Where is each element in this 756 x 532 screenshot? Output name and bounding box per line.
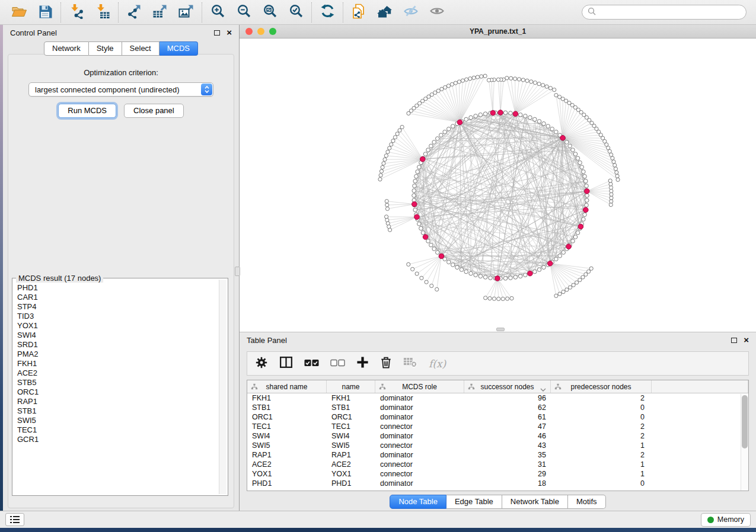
graph-node[interactable]: [407, 111, 410, 115]
float-table-panel-icon[interactable]: [731, 338, 737, 343]
mcds-result-node[interactable]: SRD1: [17, 340, 218, 350]
unselect-all-button[interactable]: [330, 358, 345, 369]
graph-node[interactable]: [496, 78, 500, 81]
float-panel-icon[interactable]: [214, 30, 220, 36]
result-scrollbar[interactable]: [219, 280, 227, 494]
close-window-icon[interactable]: [245, 28, 253, 35]
graph-node[interactable]: [554, 294, 558, 297]
graph-hub-node[interactable]: [420, 156, 425, 162]
graph-node[interactable]: [571, 239, 575, 243]
import-table-button[interactable]: [94, 4, 111, 21]
graph-node[interactable]: [385, 200, 388, 203]
table-row[interactable]: ACE2ACE2connector311: [247, 460, 748, 469]
zoom-fit-button[interactable]: [261, 4, 278, 21]
task-history-button[interactable]: [5, 513, 24, 526]
graph-node[interactable]: [435, 287, 439, 291]
tab-select[interactable]: Select: [122, 41, 160, 56]
graph-node[interactable]: [413, 184, 417, 188]
graph-node[interactable]: [562, 290, 565, 294]
graph-node[interactable]: [439, 133, 444, 137]
graph-hub-node[interactable]: [513, 111, 518, 117]
graph-node[interactable]: [565, 288, 569, 291]
graph-node[interactable]: [609, 182, 613, 186]
tab-edge-table[interactable]: Edge Table: [446, 495, 502, 509]
graph-node[interactable]: [584, 273, 588, 276]
graph-node[interactable]: [542, 121, 546, 126]
graph-node[interactable]: [578, 278, 582, 281]
graph-node[interactable]: [382, 162, 385, 165]
graph-node[interactable]: [430, 284, 433, 287]
graph-node[interactable]: [608, 179, 612, 182]
mcds-result-node[interactable]: RAP1: [17, 397, 218, 406]
export-image-button[interactable]: [178, 4, 194, 21]
horizontal-splitter-handle[interactable]: [496, 328, 505, 331]
graph-node[interactable]: [479, 274, 483, 278]
graph-node[interactable]: [610, 200, 613, 203]
graph-node[interactable]: [541, 84, 545, 87]
graph-node[interactable]: [575, 281, 578, 284]
graph-hub-node[interactable]: [498, 110, 503, 116]
graph-node[interactable]: [385, 207, 389, 210]
graph-node[interactable]: [513, 77, 517, 81]
graph-node[interactable]: [525, 79, 529, 82]
graph-node[interactable]: [400, 125, 404, 129]
graph-node[interactable]: [503, 276, 508, 280]
export-network-button[interactable]: [126, 4, 142, 21]
graph-node[interactable]: [413, 179, 417, 183]
graph-node[interactable]: [391, 139, 395, 143]
graph-node[interactable]: [573, 152, 578, 156]
graph-hub-node[interactable]: [578, 224, 583, 229]
graph-node[interactable]: [580, 165, 584, 169]
graph-node[interactable]: [533, 270, 537, 274]
graph-node[interactable]: [613, 164, 617, 167]
graph-node[interactable]: [509, 111, 513, 116]
zoom-out-button[interactable]: [235, 4, 252, 21]
optimization-criterion-select[interactable]: largest connected component (undirected): [28, 82, 213, 97]
graph-node[interactable]: [393, 136, 397, 139]
graph-node[interactable]: [436, 137, 440, 141]
graph-node[interactable]: [612, 160, 615, 164]
graph-node[interactable]: [583, 174, 587, 178]
graph-node[interactable]: [469, 271, 473, 275]
graph-node[interactable]: [426, 148, 430, 152]
hide-selected-button[interactable]: [403, 4, 419, 21]
graph-node[interactable]: [583, 213, 587, 217]
graph-node[interactable]: [558, 292, 562, 296]
duplicate-network-button[interactable]: [350, 4, 367, 21]
graph-node[interactable]: [412, 194, 416, 198]
table-row[interactable]: FKH1FKH1dominator962: [247, 393, 748, 403]
column-header-successor-nodes[interactable]: successor nodes: [464, 380, 551, 393]
graph-node[interactable]: [510, 296, 513, 300]
graph-hub-node[interactable]: [423, 235, 428, 240]
graph-node[interactable]: [533, 117, 537, 121]
close-panel-icon[interactable]: ×: [227, 30, 232, 36]
graph-node[interactable]: [479, 113, 483, 117]
graph-node[interactable]: [576, 156, 580, 161]
table-row[interactable]: YOX1YOX1connector291: [247, 469, 748, 479]
graph-node[interactable]: [417, 222, 422, 226]
graph-node[interactable]: [419, 226, 423, 230]
graph-node[interactable]: [483, 275, 487, 280]
table-scrollbar[interactable]: [741, 394, 748, 491]
graph-node[interactable]: [454, 81, 457, 85]
graph-node[interactable]: [474, 114, 478, 118]
graph-node[interactable]: [562, 251, 566, 255]
gear-button[interactable]: [255, 356, 268, 371]
graph-node[interactable]: [611, 156, 614, 160]
graph-node[interactable]: [513, 275, 518, 280]
tab-motifs[interactable]: Motifs: [568, 495, 606, 509]
graph-node[interactable]: [483, 112, 487, 116]
mcds-result-node[interactable]: SWI4: [17, 331, 218, 340]
open-button[interactable]: [11, 4, 27, 21]
graph-node[interactable]: [451, 263, 455, 267]
graph-node[interactable]: [583, 179, 588, 183]
graph-node[interactable]: [407, 262, 410, 266]
graph-node[interactable]: [420, 276, 423, 280]
maximize-window-icon[interactable]: [269, 28, 276, 35]
close-panel-button[interactable]: Close panel: [124, 104, 184, 118]
zoom-in-button[interactable]: [209, 4, 226, 21]
mcds-result-node[interactable]: PMA2: [17, 350, 218, 359]
tab-node-table[interactable]: Node Table: [390, 495, 446, 509]
graph-node[interactable]: [565, 140, 569, 145]
graph-node[interactable]: [548, 86, 552, 90]
